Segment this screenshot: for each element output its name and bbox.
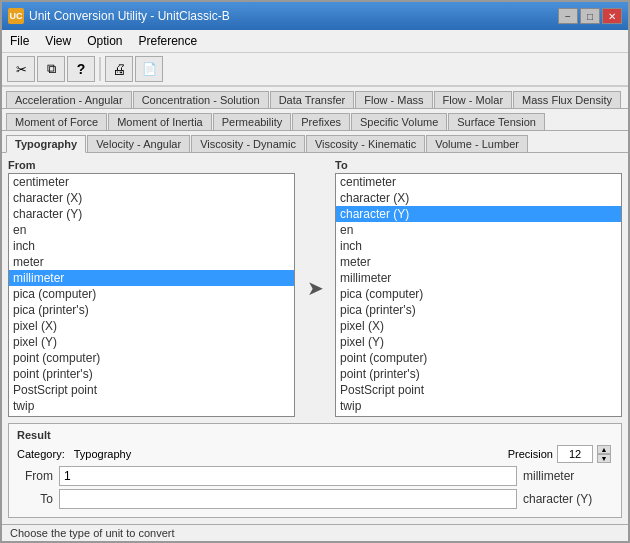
to-listbox[interactable]: centimeter character (X) character (Y) e… [335, 173, 622, 417]
list-item[interactable]: inch [336, 238, 621, 254]
tabs-row-1: Acceleration - Angular Concentration - S… [2, 87, 628, 109]
lists-area: From centimeter character (X) character … [8, 159, 622, 417]
list-item[interactable]: PostScript point [9, 382, 294, 398]
status-text: Choose the type of unit to convert [10, 527, 175, 539]
category-label: Category: Typography [17, 448, 131, 460]
tabs-row-2: Moment of Force Moment of Inertia Permea… [2, 109, 628, 131]
list-item[interactable]: centimeter [336, 174, 621, 190]
window-controls: − □ ✕ [558, 8, 622, 24]
title-bar: UC Unit Conversion Utility - UnitClassic… [2, 2, 628, 30]
print-button[interactable]: 🖨 [105, 56, 133, 82]
to-section: To centimeter character (X) character (Y… [335, 159, 622, 417]
list-item[interactable]: point (computer) [9, 350, 294, 366]
title-bar-left: UC Unit Conversion Utility - UnitClassic… [8, 8, 230, 24]
cut-button[interactable]: ✂ [7, 56, 35, 82]
tab-volume-lumber[interactable]: Volume - Lumber [426, 135, 528, 152]
list-item[interactable]: pica (computer) [9, 286, 294, 302]
menu-option[interactable]: Option [79, 32, 130, 50]
list-item[interactable]: meter [9, 254, 294, 270]
tabs-container: Acceleration - Angular Concentration - S… [2, 87, 628, 153]
tab-flow-molar[interactable]: Flow - Molar [434, 91, 513, 108]
list-item[interactable]: character (X) [336, 190, 621, 206]
result-panel: Result Category: Typography Precision ▲ … [8, 423, 622, 518]
tab-moment-of-inertia[interactable]: Moment of Inertia [108, 113, 212, 130]
list-item[interactable]: en [336, 222, 621, 238]
list-item[interactable]: pica (printer's) [9, 302, 294, 318]
arrow-area: ➤ [301, 159, 329, 417]
from-section: From centimeter character (X) character … [8, 159, 295, 417]
tab-surface-tension[interactable]: Surface Tension [448, 113, 545, 130]
from-label: From [8, 159, 295, 171]
precision-spin-down[interactable]: ▼ [597, 454, 611, 463]
result-top-row: Category: Typography Precision ▲ ▼ [17, 445, 613, 463]
help-button[interactable]: ? [67, 56, 95, 82]
list-item[interactable]: point (printer's) [336, 366, 621, 382]
list-item[interactable]: character (Y) [9, 206, 294, 222]
app-icon: UC [8, 8, 24, 24]
list-item[interactable]: millimeter [336, 270, 621, 286]
tab-concentration-solution[interactable]: Concentration - Solution [133, 91, 269, 108]
menu-file[interactable]: File [2, 32, 37, 50]
menu-bar: File View Option Preference [2, 30, 628, 53]
to-result-row: To character (Y) [17, 489, 613, 509]
list-item[interactable]: point (printer's) [9, 366, 294, 382]
tab-specific-volume[interactable]: Specific Volume [351, 113, 447, 130]
list-item[interactable]: point (computer) [336, 350, 621, 366]
list-item[interactable]: centimeter [9, 174, 294, 190]
list-item[interactable]: pica (printer's) [336, 302, 621, 318]
list-item-selected[interactable]: character (Y) [336, 206, 621, 222]
list-item-selected[interactable]: millimeter [9, 270, 294, 286]
tab-moment-of-force[interactable]: Moment of Force [6, 113, 107, 130]
from-listbox[interactable]: centimeter character (X) character (Y) e… [8, 173, 295, 417]
precision-label: Precision [508, 448, 553, 460]
menu-view[interactable]: View [37, 32, 79, 50]
list-item[interactable]: en [9, 222, 294, 238]
tab-prefixes[interactable]: Prefixes [292, 113, 350, 130]
to-value-input[interactable] [59, 489, 517, 509]
list-item[interactable]: character (X) [9, 190, 294, 206]
main-content: From centimeter character (X) character … [2, 153, 628, 524]
list-item[interactable]: inch [9, 238, 294, 254]
precision-area: Precision ▲ ▼ [508, 445, 613, 463]
toolbar-separator [99, 57, 101, 81]
copy-button[interactable]: ⧉ [37, 56, 65, 82]
from-result-row: From millimeter [17, 466, 613, 486]
category-value: Typography [74, 448, 131, 460]
main-window: UC Unit Conversion Utility - UnitClassic… [0, 0, 630, 543]
list-item[interactable]: pixel (X) [336, 318, 621, 334]
list-item[interactable]: pixel (Y) [336, 334, 621, 350]
to-result-label: To [17, 492, 53, 506]
list-item[interactable]: PostScript point [336, 382, 621, 398]
list-item[interactable]: twip [9, 398, 294, 414]
tab-permeability[interactable]: Permeability [213, 113, 292, 130]
from-result-label: From [17, 469, 53, 483]
printpreview-button[interactable]: 📄 [135, 56, 163, 82]
tab-viscosity-kinematic[interactable]: Viscosity - Kinematic [306, 135, 425, 152]
list-item[interactable]: pixel (X) [9, 318, 294, 334]
tab-typography[interactable]: Typography [6, 135, 86, 153]
list-item[interactable]: pica (computer) [336, 286, 621, 302]
precision-spinner: ▲ ▼ [597, 445, 613, 463]
list-item[interactable]: twip [336, 398, 621, 414]
status-bar: Choose the type of unit to convert [2, 524, 628, 541]
from-value-input[interactable] [59, 466, 517, 486]
tab-acceleration-angular[interactable]: Acceleration - Angular [6, 91, 132, 108]
precision-input[interactable] [557, 445, 593, 463]
result-panel-title: Result [17, 429, 613, 441]
maximize-button[interactable]: □ [580, 8, 600, 24]
tab-mass-flux-density[interactable]: Mass Flux Density [513, 91, 621, 108]
menu-preference[interactable]: Preference [131, 32, 206, 50]
window-title: Unit Conversion Utility - UnitClassic-B [29, 9, 230, 23]
from-unit-label: millimeter [523, 469, 613, 483]
category-key: Category: [17, 448, 65, 460]
tab-viscosity-dynamic[interactable]: Viscosity - Dynamic [191, 135, 305, 152]
precision-spin-up[interactable]: ▲ [597, 445, 611, 454]
tab-velocity-angular[interactable]: Velocity - Angular [87, 135, 190, 152]
tab-flow-mass[interactable]: Flow - Mass [355, 91, 432, 108]
tab-data-transfer[interactable]: Data Transfer [270, 91, 355, 108]
close-button[interactable]: ✕ [602, 8, 622, 24]
list-item[interactable]: meter [336, 254, 621, 270]
list-item[interactable]: pixel (Y) [9, 334, 294, 350]
tabs-row-3: Typography Velocity - Angular Viscosity … [2, 131, 628, 153]
minimize-button[interactable]: − [558, 8, 578, 24]
